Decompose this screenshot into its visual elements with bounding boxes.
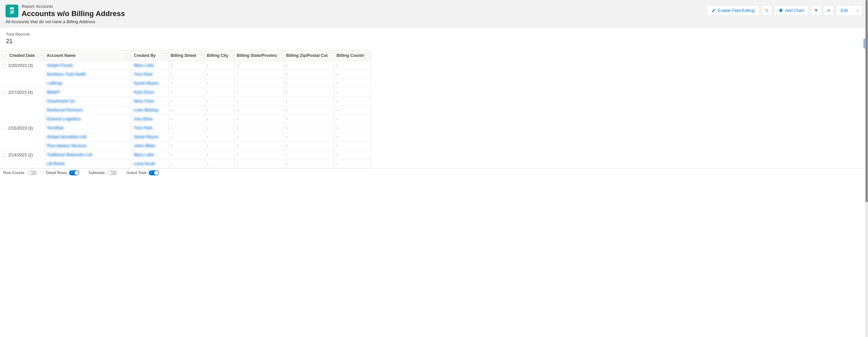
- billing-street-cell: -: [168, 124, 205, 133]
- column-menu-button[interactable]: [125, 53, 130, 58]
- link-text[interactable]: Mary Lake: [134, 153, 154, 157]
- account-name-cell: Trailhead Networks Ltd: [44, 150, 131, 159]
- billing-state-cell: -: [234, 150, 284, 159]
- billing-country-cell: -: [334, 88, 371, 97]
- col-billing-state[interactable]: Billing State/Province: [234, 50, 284, 61]
- link-text[interactable]: TechStar: [47, 126, 64, 130]
- col-billing-zip[interactable]: Billing Zip/Postal Code: [284, 50, 334, 61]
- billing-street-cell: -: [168, 150, 205, 159]
- select-all-checkbox[interactable]: [2, 54, 6, 58]
- edit-menu-button[interactable]: [852, 5, 863, 15]
- button-label: Edit: [841, 8, 848, 13]
- add-chart-button[interactable]: Add Chart: [774, 5, 809, 15]
- data-grid: Created Date ↓ Account Name Created By B…: [0, 50, 868, 168]
- page-header: Report: Accounts Accounts w/o Billing Ad…: [0, 0, 868, 28]
- link-text[interactable]: Redwood Partners: [47, 108, 83, 112]
- column-menu-button[interactable]: [365, 53, 370, 58]
- group-date: 2/15/2023: [8, 126, 27, 130]
- link-text[interactable]: Trailhead Networks Ltd: [47, 153, 92, 157]
- detail-rows-toggle: Detail Rows ✓: [46, 170, 80, 175]
- column-menu-button[interactable]: [328, 53, 333, 58]
- column-menu-button[interactable]: [198, 53, 203, 58]
- billing-street-cell: -: [168, 106, 205, 114]
- billing-zip-cell: -: [284, 150, 334, 159]
- table-row: 2/20/2023 (3)Ample FoodsMary Lake-----: [0, 61, 371, 70]
- col-billing-country[interactable]: Billing Country: [334, 50, 371, 61]
- group-date: 2/17/2023: [8, 90, 27, 95]
- link-text[interactable]: LB Retail: [47, 161, 65, 166]
- detail-rows-switch[interactable]: ✓: [69, 170, 79, 175]
- col-label: Billing City: [207, 53, 228, 58]
- grand-total-switch[interactable]: ✓: [149, 170, 159, 175]
- link-text[interactable]: Pine Harbor Devices: [47, 143, 87, 148]
- link-text[interactable]: Nina Chen: [134, 99, 154, 103]
- search-button[interactable]: [762, 5, 772, 15]
- column-menu-button[interactable]: [162, 53, 167, 58]
- link-text[interactable]: Cloudmark Inc: [47, 99, 75, 103]
- toggle-label: Grand Total: [126, 171, 147, 175]
- refresh-button[interactable]: [824, 5, 834, 15]
- group-checkbox[interactable]: [2, 127, 6, 130]
- link-text[interactable]: Global Novelties Intl: [47, 135, 87, 139]
- edit-button[interactable]: Edit: [836, 5, 852, 15]
- column-menu-button[interactable]: [228, 53, 233, 58]
- link-text[interactable]: Ample Foods: [47, 63, 73, 68]
- column-menu-button[interactable]: [277, 53, 282, 58]
- billing-country-cell: -: [334, 124, 371, 133]
- link-text[interactable]: John Miller: [134, 143, 156, 148]
- col-created-by[interactable]: Created By: [131, 50, 168, 61]
- billing-city-cell: -: [205, 159, 234, 168]
- link-text[interactable]: Mary Lake: [134, 63, 154, 68]
- billing-zip-cell: -: [284, 70, 334, 79]
- billing-country-cell: -: [334, 133, 371, 141]
- report-icon: [5, 5, 18, 18]
- link-text[interactable]: Sarah Reyes: [134, 135, 159, 139]
- column-menu-button[interactable]: [38, 53, 43, 58]
- group-count: (3): [28, 126, 33, 130]
- link-text[interactable]: WideIT: [47, 90, 60, 95]
- col-label: Billing State/Province: [237, 53, 279, 58]
- vertical-scrollbar[interactable]: [865, 0, 868, 177]
- link-text[interactable]: Ana Silva: [134, 117, 153, 121]
- group-date: 2/14/2023: [8, 153, 27, 157]
- link-text[interactable]: Tom Park: [134, 72, 153, 76]
- link-text[interactable]: Northern Trail Outfit: [47, 72, 86, 76]
- col-billing-city[interactable]: Billing City: [205, 50, 234, 61]
- enable-field-editing-button[interactable]: Enable Field Editing: [707, 5, 760, 15]
- group-count: (4): [28, 90, 33, 95]
- subtotals-switch[interactable]: ✓: [107, 170, 117, 175]
- group-checkbox[interactable]: [2, 91, 6, 95]
- link-text[interactable]: Tom Park: [134, 126, 153, 130]
- billing-street-cell: -: [168, 159, 205, 168]
- col-created-date[interactable]: Created Date ↓: [0, 50, 44, 61]
- group-checkbox[interactable]: [2, 64, 6, 68]
- billing-state-cell: -: [234, 61, 284, 70]
- row-counts-switch[interactable]: ✓: [27, 170, 37, 175]
- table-row: 2/17/2023 (4)WideITKyle Dunn-----: [0, 88, 371, 97]
- link-text[interactable]: LoftCap: [47, 81, 62, 86]
- link-text[interactable]: Luke Bishop: [134, 108, 159, 112]
- link-text[interactable]: Everest Logistics: [47, 117, 81, 121]
- col-account-name[interactable]: Account Name: [44, 50, 131, 61]
- link-text[interactable]: Kyle Dunn: [134, 90, 154, 95]
- total-records: Total Records 21: [6, 32, 30, 45]
- link-text[interactable]: Sarah Reyes: [134, 81, 159, 86]
- refresh-icon: [827, 8, 831, 12]
- billing-city-cell: -: [205, 114, 234, 124]
- col-billing-street[interactable]: Billing Street: [168, 50, 205, 61]
- table-row: 2/14/2023 (2)Trailhead Networks LtdMary …: [0, 150, 371, 159]
- account-name-cell: TechStar: [44, 124, 131, 133]
- chart-icon: [779, 8, 783, 12]
- group-checkbox[interactable]: [2, 154, 6, 157]
- summary-bar: Total Records 21: [0, 28, 868, 50]
- header-row: Created Date ↓ Account Name Created By B…: [0, 50, 371, 61]
- total-records-label: Total Records: [6, 32, 30, 37]
- created-by-cell: Tom Park: [131, 124, 168, 133]
- billing-city-cell: -: [205, 141, 234, 150]
- billing-street-cell: -: [168, 97, 205, 106]
- page-subtitle: All Accounts that do not have a Billing …: [5, 19, 863, 24]
- toggle-label: Detail Rows: [46, 171, 67, 175]
- billing-city-cell: -: [205, 61, 234, 70]
- filter-button[interactable]: [811, 5, 821, 15]
- link-text[interactable]: Lena Scott: [134, 161, 155, 166]
